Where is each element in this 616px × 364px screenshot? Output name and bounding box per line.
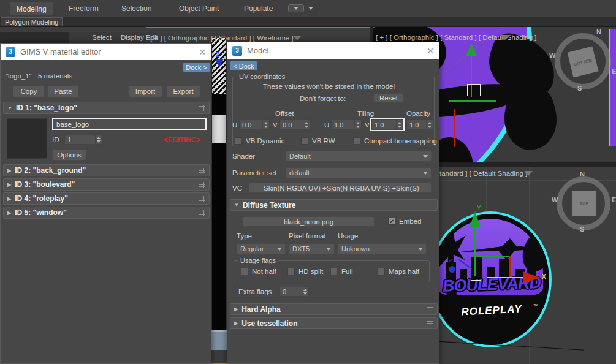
rollout-id5[interactable]: ▶ ID 5: "window" xyxy=(3,207,210,219)
ribbon-tab-populate[interactable]: Populate xyxy=(238,2,279,15)
options-button[interactable]: Options xyxy=(52,149,86,161)
viewcube-west[interactable]: W xyxy=(552,196,558,203)
grip-icon[interactable] xyxy=(427,320,433,326)
compact-bonemapping-checkbox[interactable] xyxy=(353,137,360,145)
shader-dropdown[interactable]: Default xyxy=(286,151,432,162)
rollout-diffuse-texture[interactable]: ▼ Diffuse Texture xyxy=(230,199,438,211)
grip-icon[interactable] xyxy=(199,182,205,188)
ribbon-minimize-button[interactable] xyxy=(288,4,304,12)
grip-icon[interactable] xyxy=(199,196,205,202)
material-editor-title: GIMS V material editor xyxy=(20,47,101,56)
full-checkbox[interactable] xyxy=(330,268,338,275)
type-dropdown[interactable]: Regular xyxy=(237,243,286,254)
hd-split-checkbox[interactable] xyxy=(287,268,295,275)
viewcube-north[interactable]: N xyxy=(596,28,601,36)
usage-flags-title: Usage flags xyxy=(238,257,278,264)
texture-filename-button[interactable]: black_neon.png xyxy=(243,216,375,227)
rollout-use-tessellation[interactable]: ▶ Use tessellation xyxy=(230,317,438,329)
spinner-arrows[interactable] xyxy=(95,135,102,144)
menu-display[interactable]: Display xyxy=(121,34,144,41)
grip-icon[interactable] xyxy=(427,306,433,312)
spinner-arrows[interactable] xyxy=(262,120,269,129)
model-panel-titlebar[interactable]: 3 Model ✕ xyxy=(227,42,439,59)
viewcube-face[interactable]: TOP xyxy=(572,191,596,216)
pixel-format-label: Pixel format xyxy=(289,232,326,240)
rollout-id4[interactable]: ▶ ID 4: "roleplay" xyxy=(3,192,210,205)
y-axis-gizmo-arrow[interactable] xyxy=(470,206,481,227)
right-bottom-viewport-filter-icon[interactable] xyxy=(524,171,533,180)
left-viewport-label[interactable]: [ + ] [ Orthographic ] [ Standard ] [ Wi… xyxy=(150,34,294,42)
copy-button[interactable]: Copy xyxy=(13,85,45,97)
viewcube-west[interactable]: W xyxy=(549,51,555,59)
x-axis-gizmo-line[interactable] xyxy=(487,277,525,278)
logo-trademark: ™ xyxy=(533,303,538,308)
close-icon[interactable]: ✕ xyxy=(199,47,206,57)
viewcube-east[interactable]: E xyxy=(612,67,616,75)
ribbon-tab-object-paint[interactable]: Object Paint xyxy=(173,2,225,15)
logo-text-roleplay: ROLEPLAY xyxy=(449,302,535,319)
spinner-arrows[interactable] xyxy=(302,287,308,296)
viewcube-south[interactable]: S xyxy=(577,85,582,92)
spinner-arrows[interactable] xyxy=(303,120,310,129)
reset-button[interactable]: Reset xyxy=(373,93,404,103)
material-editor-titlebar[interactable]: 3 GIMS V material editor ✕ xyxy=(1,44,211,60)
rollout-collapsed-icon: ▶ xyxy=(234,320,238,326)
opacity-spinner[interactable]: 1.0 xyxy=(406,119,433,130)
material-thumbnail[interactable] xyxy=(7,118,47,159)
dock-right-button[interactable]: Dock > xyxy=(183,63,210,72)
tiling-v-spinner[interactable]: 1.0 xyxy=(371,119,403,130)
ribbon-options-chevron-icon[interactable] xyxy=(308,7,313,10)
maps-half-checkbox[interactable] xyxy=(378,268,385,275)
paste-button[interactable]: Paste xyxy=(47,85,79,97)
logo-sliver-object xyxy=(609,29,616,146)
vc-button[interactable]: -Skin(N RGBA UV) +Skin(N RGBA UV S) +Ski… xyxy=(249,183,432,193)
rollout-id3[interactable]: ▶ ID 3: "boulevard" xyxy=(3,178,210,191)
menu-select[interactable]: Select xyxy=(92,34,112,41)
model-panel-title: Model xyxy=(247,46,268,55)
ribbon-tab-modeling[interactable]: Modeling xyxy=(10,2,53,15)
chevron-down-icon xyxy=(326,248,331,251)
usage-dropdown[interactable]: Unknown xyxy=(338,243,427,254)
extra-flags-spinner[interactable]: 0 xyxy=(279,287,309,297)
export-button[interactable]: Export xyxy=(166,85,200,97)
offset-v-spinner[interactable]: 0.0 xyxy=(279,119,310,130)
rollout-id1[interactable]: ▼ ID 1: "base_logo" xyxy=(3,102,210,114)
rollout-id2[interactable]: ▶ ID 2: "back_ground" xyxy=(3,164,210,176)
right-top-viewport-label[interactable]: [ + ] [ Orthographic ] [ Standard ] [ De… xyxy=(376,34,536,41)
y-axis-gizmo-line[interactable] xyxy=(474,222,476,276)
ribbon-tab-selection[interactable]: Selection xyxy=(115,2,158,15)
import-button[interactable]: Import xyxy=(128,85,162,97)
material-name-input[interactable]: base_logo xyxy=(52,118,207,130)
polygon-modeling-panel-tab[interactable]: Polygon Modeling xyxy=(1,17,63,26)
spinner-arrows[interactable] xyxy=(354,120,361,129)
pixel-format-dropdown[interactable]: DXT5 xyxy=(289,243,335,254)
rollout-hard-alpha[interactable]: ▶ Hard Alpha xyxy=(230,303,438,315)
right-bottom-viewport-label[interactable]: tandard ] [ Default Shading ] xyxy=(439,170,527,177)
tiling-u-spinner[interactable]: 1.0 xyxy=(331,119,362,130)
vb-rw-checkbox[interactable] xyxy=(301,137,308,145)
spinner-arrows[interactable] xyxy=(426,120,433,129)
offset-u-spinner[interactable]: 0.0 xyxy=(239,119,270,130)
grip-icon[interactable] xyxy=(199,168,205,173)
z-axis-gizmo-handle[interactable] xyxy=(449,266,455,273)
close-icon[interactable]: ✕ xyxy=(427,46,434,56)
selection-rectangle[interactable] xyxy=(467,84,481,96)
vb-dynamic-checkbox[interactable] xyxy=(235,137,242,145)
viewcube-north[interactable]: N xyxy=(580,170,585,178)
chevron-down-icon xyxy=(294,7,298,10)
dock-left-button[interactable]: < Dock xyxy=(230,61,257,70)
grip-icon[interactable] xyxy=(199,105,205,111)
grip-icon[interactable] xyxy=(199,210,205,216)
not-half-checkbox[interactable] xyxy=(241,268,248,275)
right-top-viewport-filter-icon[interactable] xyxy=(501,35,510,44)
grip-icon[interactable] xyxy=(427,202,433,208)
viewcube-south[interactable]: S xyxy=(580,226,584,233)
selection-rectangle[interactable] xyxy=(471,271,481,281)
spinner-arrows[interactable] xyxy=(396,120,403,129)
id-spinner[interactable]: 1 xyxy=(64,134,102,145)
viewcube-east[interactable]: E xyxy=(612,196,616,203)
tiling-v-value: 1.0 xyxy=(372,121,396,129)
parameter-set-dropdown[interactable]: default xyxy=(286,167,432,178)
embed-checkbox[interactable]: ✔ xyxy=(388,218,395,225)
ribbon-tab-freeform[interactable]: Freeform xyxy=(63,2,105,15)
